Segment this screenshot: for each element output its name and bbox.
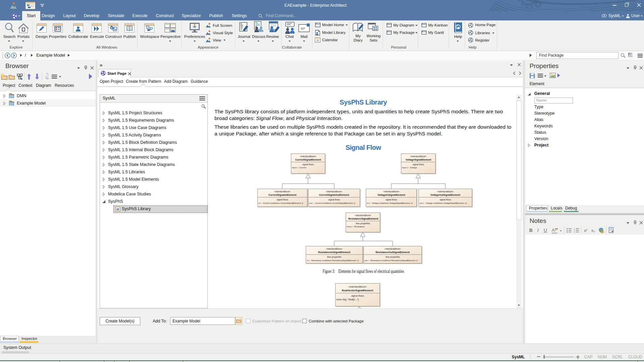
svg-text:3: 3 (574, 231, 575, 233)
